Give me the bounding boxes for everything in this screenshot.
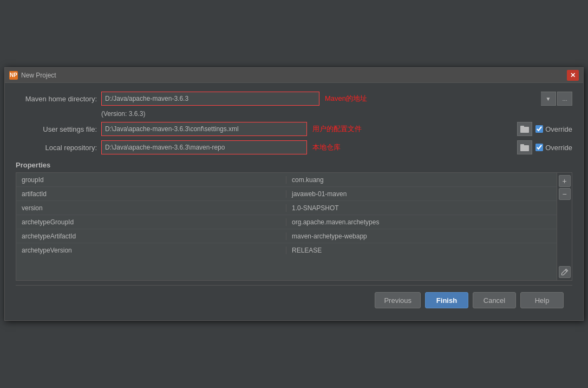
title-bar: NP New Project ✕ bbox=[5, 68, 583, 83]
prop-value: maven-archetype-webapp bbox=[286, 232, 557, 240]
help-button[interactable]: Help bbox=[520, 292, 564, 308]
prop-value: javaweb-01-maven bbox=[286, 190, 557, 198]
svg-rect-1 bbox=[520, 126, 524, 128]
prop-value: com.kuang bbox=[286, 176, 557, 184]
local-repo-override-checkbox[interactable] bbox=[535, 144, 543, 151]
cancel-button[interactable]: Cancel bbox=[473, 292, 516, 308]
user-settings-input[interactable] bbox=[101, 122, 307, 136]
remove-property-btn[interactable]: − bbox=[559, 188, 571, 200]
local-repo-label: Local repository: bbox=[16, 144, 97, 152]
maven-home-input-group: Maven的地址 ▼ ... bbox=[101, 92, 572, 106]
local-repo-input-group: 本地仓库 Override bbox=[101, 140, 572, 154]
table-row: artifactId javaweb-01-maven bbox=[16, 187, 557, 201]
properties-sidebar: + − bbox=[557, 173, 572, 280]
user-settings-override-group: Override bbox=[535, 125, 572, 133]
maven-home-dropdown-btn[interactable]: ▼ bbox=[541, 92, 556, 106]
local-repo-override-group: Override bbox=[535, 144, 572, 152]
dialog-title: New Project bbox=[21, 72, 564, 79]
user-settings-row: User settings file: 用户的配置文件 Override bbox=[16, 122, 572, 136]
maven-home-browse-btn[interactable]: ... bbox=[557, 92, 572, 106]
previous-button[interactable]: Previous bbox=[375, 292, 421, 308]
local-repo-annotation: 本地仓库 bbox=[307, 143, 516, 152]
maven-home-label: Maven home directory: bbox=[16, 95, 97, 103]
properties-container: groupId com.kuang artifactId javaweb-01-… bbox=[16, 172, 572, 281]
local-repo-override-label: Override bbox=[545, 144, 572, 152]
prop-key: archetypeGroupId bbox=[16, 218, 286, 226]
prop-key: archetypeArtifactId bbox=[16, 232, 286, 240]
table-row: archetypeVersion RELEASE bbox=[16, 243, 557, 257]
add-property-btn[interactable]: + bbox=[559, 175, 571, 187]
finish-button[interactable]: Finish bbox=[425, 292, 468, 308]
browse-dots: ... bbox=[562, 95, 567, 102]
folder-icon-2 bbox=[520, 144, 529, 151]
prop-key: archetypeVersion bbox=[16, 247, 286, 254]
user-settings-input-group: 用户的配置文件 Override bbox=[101, 122, 572, 136]
folder-icon bbox=[520, 125, 529, 133]
local-repo-row: Local repository: 本地仓库 Override bbox=[16, 140, 572, 154]
new-project-dialog: NP New Project ✕ Maven home directory: M… bbox=[4, 67, 584, 321]
close-button[interactable]: ✕ bbox=[567, 70, 579, 81]
app-icon: NP bbox=[9, 71, 18, 80]
version-hint: (Version: 3.6.3) bbox=[101, 110, 572, 118]
maven-home-annotation: Maven的地址 bbox=[319, 94, 541, 104]
user-settings-override-checkbox[interactable] bbox=[535, 125, 543, 133]
maven-home-row: Maven home directory: Maven的地址 ▼ ... bbox=[16, 92, 572, 106]
table-row: archetypeGroupId org.apache.maven.archet… bbox=[16, 215, 557, 229]
dialog-body: Maven home directory: Maven的地址 ▼ ... (Ve… bbox=[5, 83, 583, 320]
prop-key: artifactId bbox=[16, 190, 286, 198]
prop-value: 1.0-SNAPSHOT bbox=[286, 204, 557, 212]
prop-key: version bbox=[16, 204, 286, 212]
user-settings-annotation: 用户的配置文件 bbox=[307, 124, 516, 134]
table-row: groupId com.kuang bbox=[16, 173, 557, 187]
user-settings-override-label: Override bbox=[545, 125, 572, 133]
dialog-footer: Previous Finish Cancel Help bbox=[16, 285, 572, 315]
svg-line-4 bbox=[565, 270, 567, 271]
properties-table: groupId com.kuang artifactId javaweb-01-… bbox=[16, 173, 557, 280]
local-repo-input[interactable] bbox=[101, 140, 307, 154]
user-settings-label: User settings file: bbox=[16, 125, 97, 133]
dialog-content: Maven home directory: Maven的地址 ▼ ... (Ve… bbox=[16, 92, 572, 281]
svg-rect-3 bbox=[520, 144, 524, 146]
user-settings-browse-btn[interactable] bbox=[517, 122, 532, 136]
maven-home-input[interactable] bbox=[101, 92, 319, 106]
local-repo-browse-btn[interactable] bbox=[517, 140, 532, 154]
dropdown-arrow-icon: ▼ bbox=[546, 96, 551, 102]
edit-property-btn[interactable] bbox=[559, 266, 571, 278]
prop-value: RELEASE bbox=[286, 247, 557, 254]
table-row: archetypeArtifactId maven-archetype-weba… bbox=[16, 229, 557, 243]
prop-value: org.apache.maven.archetypes bbox=[286, 218, 557, 226]
edit-icon bbox=[561, 268, 569, 276]
table-row: version 1.0-SNAPSHOT bbox=[16, 201, 557, 215]
properties-section-title: Properties bbox=[16, 161, 572, 169]
prop-key: groupId bbox=[16, 176, 286, 184]
